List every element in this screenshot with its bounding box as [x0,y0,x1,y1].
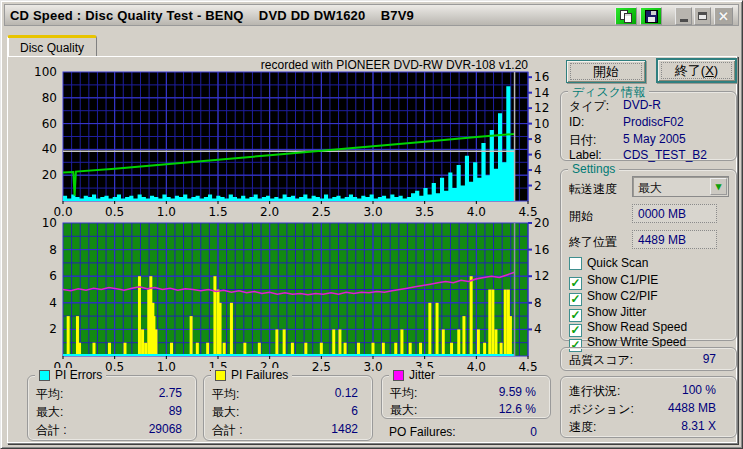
pi-errors-legend-box: PI Errors 平均:2.75 最大:89 合計 :29068 [27,375,197,441]
transfer-speed-select[interactable]: 最大 ▾ [632,176,729,197]
settings-title: Settings [568,162,619,176]
pi-errors-chart: 0.00.51.01.52.02.53.03.54.04.52040608010… [29,59,553,217]
svg-text:12: 12 [534,101,549,115]
disc-id-value: ProdiscF02 [623,115,684,129]
total-label: 合計 : [212,422,243,439]
title-bar[interactable]: CD Speed : Disc Quality Test - BENQ DVD … [4,4,739,26]
svg-text:2: 2 [49,322,57,336]
checkbox-icon[interactable] [569,257,582,270]
svg-text:4.5: 4.5 [518,360,537,374]
svg-text:60: 60 [42,117,57,131]
pi-errors-legend-title: PI Errors [35,368,106,382]
avg-label: 平均: [36,386,63,403]
copy-button[interactable] [615,7,637,25]
svg-text:12: 12 [534,269,549,283]
total-value: 1482 [331,422,358,436]
close-icon: ✕ [718,9,729,24]
end-position-label: 終了位置 [569,234,617,251]
copy-icon [620,10,632,23]
svg-text:20: 20 [534,216,549,230]
pi-failures-legend-box: PI Failures 平均:0.12 最大:6 合計 :1482 [203,375,373,441]
svg-text:4.0: 4.0 [467,360,486,374]
window-title: CD Speed : Disc Quality Test - BENQ DVD … [5,8,414,23]
disc-type-label: タイプ: [569,98,609,115]
disc-info-group: ディスク情報 タイプ:DVD-R ID:ProdiscF02 日付:5 May … [560,91,737,161]
svg-text:16: 16 [534,70,549,84]
svg-text:4: 4 [49,296,57,310]
avg-value: 0.12 [335,386,358,400]
disc-id-label: ID: [569,115,584,129]
svg-text:0.5: 0.5 [105,360,124,374]
po-failures-row: PO Failures: 0 [381,425,551,441]
checkbox-show-c2-pif[interactable]: ✓Show C2/PIF [569,289,658,304]
jitter-legend-title: Jitter [389,368,439,382]
start-position-input[interactable]: 0000 MB [632,204,717,223]
maximize-button[interactable] [694,7,711,25]
disc-date-value: 5 May 2005 [623,132,686,146]
svg-text:10: 10 [534,117,549,131]
max-value: 12.6 % [499,402,536,416]
exit-button[interactable]: 終了(X) [656,58,737,83]
start-position-label: 開始 [569,208,593,225]
svg-text:4: 4 [534,163,542,177]
checkbox-show-jitter[interactable]: ✓Show Jitter [569,305,646,320]
jitter-legend-box: Jitter 平均:9.59 % 最大:12.6 % [381,375,551,419]
po-failures-label: PO Failures: [389,425,456,439]
disc-date-label: 日付: [569,132,596,149]
po-failures-value: 0 [530,425,537,439]
max-label: 最大: [36,404,63,421]
pi-failures-jitter-chart: 0.00.51.01.52.02.53.03.54.04.52468104812… [29,211,553,374]
close-button[interactable]: ✕ [714,7,733,25]
speed-label: 速度: [569,419,596,436]
settings-group: Settings 転送速度 最大 ▾ 開始 0000 MB 終了位置 4489 … [560,169,737,341]
avg-value: 2.75 [159,386,182,400]
pi-failures-legend-title: PI Failures [211,368,292,382]
svg-text:40: 40 [42,142,57,156]
quality-score-value: 97 [703,352,716,366]
pi-errors-swatch [39,370,50,381]
svg-text:8: 8 [534,132,542,146]
svg-text:10: 10 [42,216,57,230]
checkbox-show-read-speed[interactable]: ✓Show Read Speed [569,320,687,335]
svg-text:4: 4 [534,322,542,336]
progress-label: 進行状況: [569,383,620,400]
minimize-button[interactable] [675,7,692,25]
quality-score-label: 品質スコア: [569,352,633,369]
transfer-speed-label: 転送速度 [569,181,617,198]
svg-text:16: 16 [534,243,549,257]
total-value: 29068 [149,422,182,436]
svg-text:8: 8 [49,243,57,257]
progress-box: 進行状況:100 % ポジション:4488 MB 速度:8.31 X [560,376,737,438]
svg-text:8: 8 [534,296,542,310]
svg-text:3.0: 3.0 [363,360,382,374]
app-window: CD Speed : Disc Quality Test - BENQ DVD … [0,0,743,449]
chevron-down-icon[interactable]: ▾ [710,178,727,195]
max-label: 最大: [390,402,417,419]
save-button[interactable] [640,7,662,25]
svg-text:20: 20 [42,168,57,182]
avg-label: 平均: [390,385,417,402]
svg-text:2.5: 2.5 [312,360,331,374]
svg-text:6: 6 [49,269,57,283]
jitter-swatch [393,370,404,381]
save-icon [645,10,658,23]
disc-type-value: DVD-R [623,98,661,112]
svg-text:80: 80 [42,91,57,105]
checkbox-show-c1-pie[interactable]: ✓Show C1/PIE [569,273,658,288]
max-label: 最大: [212,404,239,421]
svg-text:14: 14 [534,86,549,100]
avg-value: 9.59 % [499,385,536,399]
svg-text:100: 100 [34,65,57,79]
position-value: 4488 MB [668,401,716,415]
end-position-input[interactable]: 4489 MB [632,230,717,249]
max-value: 6 [351,404,358,418]
minimize-icon [680,19,688,22]
svg-text:2: 2 [534,179,542,193]
pi-failures-swatch [215,370,226,381]
disc-label-value: CDS_TEST_B2 [623,148,707,162]
checkbox-quick-scan[interactable]: Quick Scan [569,256,648,271]
progress-value: 100 % [682,383,716,397]
speed-value: 8.31 X [681,419,716,433]
maximize-icon [698,12,707,20]
start-button[interactable]: 開始 [566,60,646,83]
